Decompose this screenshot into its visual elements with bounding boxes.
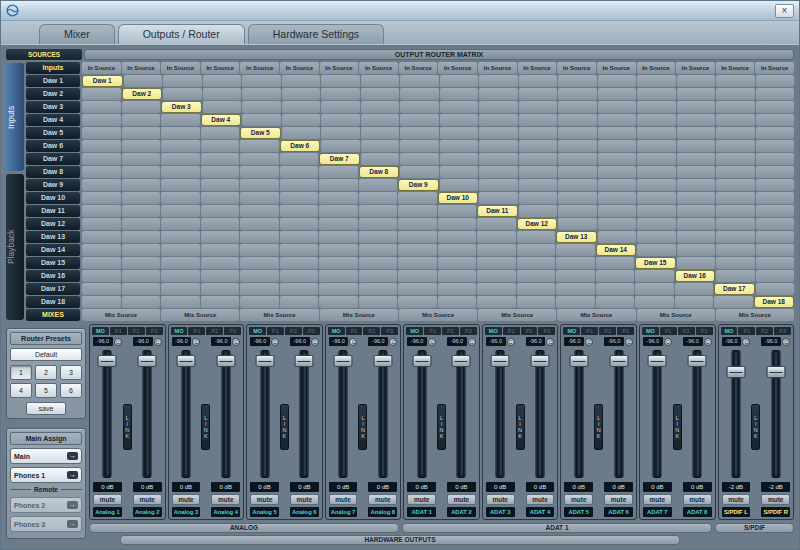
mute-button[interactable]: mute [643,494,672,505]
matrix-cell[interactable] [558,88,597,100]
matrix-cell[interactable] [637,179,676,191]
matrix-cell[interactable] [82,101,121,113]
matrix-cell[interactable] [319,166,358,178]
matrix-cell[interactable] [242,88,281,100]
tab-outputs-router[interactable]: Outputs / Router [118,24,245,44]
row-label-daw-18[interactable]: Daw 18 [26,296,80,308]
matrix-cell[interactable] [440,166,479,178]
matrix-cell[interactable] [361,75,400,87]
trim-value[interactable]: -96.0 [329,337,349,346]
matrix-cell[interactable] [438,244,477,256]
matrix-cell[interactable] [438,270,477,282]
matrix-cell[interactable] [161,231,200,243]
matrix-cell[interactable] [122,179,161,191]
assignment-daw-14[interactable]: Daw 14 [596,244,637,256]
matrix-cell[interactable] [635,296,674,308]
trim-value[interactable]: -96.0 [211,337,231,346]
matrix-cell[interactable] [517,296,556,308]
matrix-cell[interactable] [240,166,279,178]
matrix-cell[interactable] [201,192,240,204]
fader-cap[interactable] [452,355,471,367]
matrix-cell[interactable] [82,140,121,152]
matrix-cell[interactable] [756,205,795,217]
matrix-cell[interactable] [756,75,795,87]
trim-knob[interactable]: C [232,338,240,346]
matrix-cell[interactable] [556,283,595,295]
matrix-cell[interactable] [321,101,360,113]
matrix-cell[interactable] [716,166,755,178]
matrix-cell[interactable] [596,296,635,308]
trim-value[interactable]: -96.0 [526,337,546,346]
in-source-button[interactable]: In Source [280,62,319,74]
matrix-cell[interactable] [677,205,716,217]
fader-cap[interactable] [176,355,195,367]
matrix-cell[interactable] [716,114,755,126]
matrix-cell[interactable] [637,166,676,178]
fader-adat-5[interactable] [564,348,593,480]
trim-value[interactable]: -96.0 [407,337,427,346]
matrix-cell[interactable] [201,153,240,165]
matrix-cell[interactable] [280,205,319,217]
matrix-cell[interactable] [519,127,558,139]
matrix-cell[interactable] [677,88,716,100]
trim-knob[interactable]: C [664,338,672,346]
matrix-cell[interactable] [161,218,200,230]
matrix-cell[interactable] [82,270,121,282]
matrix-cell[interactable] [716,192,755,204]
mix-source-button[interactable]: Mix Source [161,309,239,321]
close-button[interactable]: × [775,4,794,18]
matrix-cell[interactable] [716,257,755,269]
assignment-daw-3[interactable]: Daw 3 [161,101,202,113]
matrix-cell[interactable] [280,166,319,178]
matrix-cell[interactable] [716,140,755,152]
matrix-cell[interactable] [756,192,795,204]
fader-cap[interactable] [726,366,745,378]
matrix-cell[interactable] [201,179,240,191]
matrix-cell[interactable] [282,127,321,139]
mix-source-button[interactable]: Mix Source [240,309,318,321]
matrix-cell[interactable] [558,114,597,126]
matrix-cell[interactable] [598,231,637,243]
preset-button-3[interactable]: 3 [60,365,82,380]
matrix-cell[interactable] [361,153,400,165]
matrix-cell[interactable] [82,244,121,256]
matrix-cell[interactable] [161,179,200,191]
matrix-cell[interactable] [201,244,240,256]
output-assign-p2[interactable]: P2 [599,327,616,335]
output-assign-mo[interactable]: MO [563,327,580,335]
matrix-cell[interactable] [598,127,637,139]
matrix-cell[interactable] [714,296,753,308]
trim-knob[interactable]: C [389,338,397,346]
matrix-cell[interactable] [280,283,319,295]
matrix-cell[interactable] [122,283,161,295]
matrix-cell[interactable] [398,192,437,204]
matrix-cell[interactable] [756,179,795,191]
in-source-button[interactable]: In Source [478,62,517,74]
matrix-cell[interactable] [558,127,597,139]
matrix-cell[interactable] [677,114,716,126]
matrix-cell[interactable] [82,166,121,178]
fader-adat-2[interactable] [447,348,476,480]
mix-source-button[interactable]: Mix Source [637,309,715,321]
matrix-cell[interactable] [122,153,161,165]
matrix-cell[interactable] [438,257,477,269]
matrix-cell[interactable] [479,153,518,165]
row-label-daw-3[interactable]: Daw 3 [26,101,80,113]
matrix-cell[interactable] [161,244,200,256]
row-label-daw-16[interactable]: Daw 16 [26,270,80,282]
matrix-cell[interactable] [122,205,161,217]
matrix-cell[interactable] [598,114,637,126]
trim-knob[interactable]: C [468,338,476,346]
trim-value[interactable]: -96.0 [133,337,153,346]
trim-value[interactable]: -96.0 [604,337,624,346]
output-assign-p2[interactable]: P2 [442,327,459,335]
matrix-cell[interactable] [677,140,716,152]
matrix-cell[interactable] [361,140,400,152]
matrix-cell[interactable] [596,257,635,269]
in-source-button[interactable]: In Source [320,62,359,74]
matrix-cell[interactable] [440,179,479,191]
matrix-cell[interactable] [319,270,358,282]
fader-cap[interactable] [255,355,274,367]
row-label-daw-9[interactable]: Daw 9 [26,179,80,191]
matrix-cell[interactable] [240,231,279,243]
